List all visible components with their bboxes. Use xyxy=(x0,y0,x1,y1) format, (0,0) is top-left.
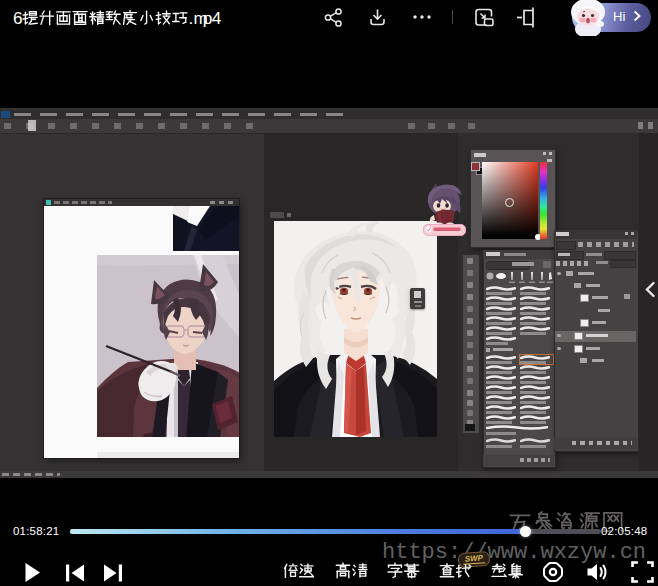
svg-text:4: 4 xyxy=(212,8,222,28)
svg-text:6: 6 xyxy=(13,8,23,28)
